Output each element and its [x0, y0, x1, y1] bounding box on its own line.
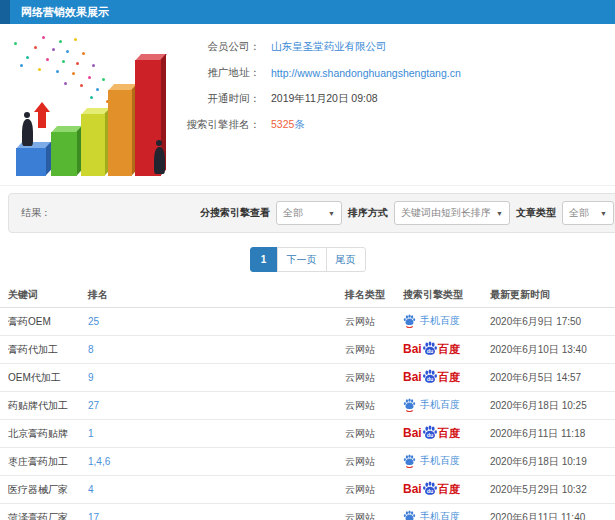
- bar-green: [51, 132, 77, 176]
- search-engine-cell: 手机百度: [403, 454, 490, 468]
- baidu-logo-cn-text: 百度: [438, 482, 460, 497]
- info-value-highlight: 5325条: [271, 118, 305, 132]
- table-header-row: 关键词排名排名类型搜索引擎类型最新更新时间: [0, 282, 615, 308]
- confetti-dot: [26, 56, 29, 59]
- article-type-filter-label: 文章类型: [516, 206, 556, 220]
- confetti-dot: [102, 78, 105, 81]
- ranking-count: 5325: [271, 118, 294, 130]
- search-engine-cell: Baidu百度: [403, 425, 490, 442]
- svg-text:du: du: [426, 376, 433, 382]
- company-info-list: 会员公司：山东皇圣堂药业有限公司推广地址：http://www.shandong…: [150, 24, 615, 138]
- rank-cell[interactable]: 1,4,6: [88, 456, 345, 467]
- last-page-button[interactable]: 尾页: [326, 247, 366, 272]
- confetti-dot: [20, 64, 23, 67]
- pagination: 1 下一页 尾页: [0, 247, 615, 272]
- table-row: 医疗器械厂家4云网站Baidu百度2020年5月29日 10:32: [0, 476, 615, 504]
- baidu-logo-text: Bai: [403, 342, 422, 356]
- confetti-dot: [88, 76, 91, 79]
- table-row: OEM代加工9云网站Baidu百度2020年6月5日 14:57: [0, 364, 615, 392]
- chevron-down-icon: ▼: [328, 210, 335, 217]
- rank-type-cell: 云网站: [345, 371, 403, 385]
- keyword-cell: 北京膏药贴牌: [8, 427, 88, 441]
- search-engine-cell: 手机百度: [403, 398, 490, 412]
- confetti-dot: [92, 64, 95, 67]
- time-cell: 2020年6月5日 14:57: [490, 371, 615, 385]
- keyword-cell: 膏药代加工: [8, 343, 88, 357]
- rank-type-cell: 云网站: [345, 399, 403, 413]
- confetti-dot: [82, 52, 85, 55]
- info-value-link[interactable]: http://www.shandonghuangshengtang.cn: [271, 67, 461, 79]
- filter-bar: 结果： 分搜索引擎查看 全部 ▼ 排序方式 关键词由短到长排序 ▼ 文章类型 全…: [8, 193, 615, 233]
- confetti-dot: [62, 60, 65, 63]
- baidu-paw-icon: [403, 510, 416, 520]
- confetti-dot: [66, 50, 69, 53]
- table-row: 膏药代加工8云网站Baidu百度2020年6月10日 13:40: [0, 336, 615, 364]
- baidu-paw-icon: [403, 454, 416, 468]
- engine-filter-label: 分搜索引擎查看: [200, 206, 270, 220]
- table-row: 药贴牌代加工27云网站手机百度2020年6月18日 10:25: [0, 392, 615, 420]
- info-value-link[interactable]: 山东皇圣堂药业有限公司: [271, 40, 387, 54]
- bar-chart-illustration: [4, 34, 186, 184]
- article-type-select[interactable]: 全部 ▼: [562, 201, 614, 225]
- info-row: 搜索引擎排名：5325条: [150, 112, 615, 138]
- keyword-cell: 医疗器械厂家: [8, 483, 88, 497]
- search-engine-cell: Baidu百度: [403, 341, 490, 358]
- ranking-count-unit: 条: [294, 118, 305, 130]
- header-accent-stripe: [0, 0, 10, 24]
- column-header: 排名类型: [345, 288, 403, 302]
- search-engine-cell: 手机百度: [403, 510, 490, 520]
- keyword-cell: 膏药OEM: [8, 315, 88, 329]
- article-type-select-value: 全部: [569, 206, 589, 220]
- page: 网络营销效果展示 会员公司：山东皇圣堂药业有限公司推广地址：http://www…: [0, 0, 615, 520]
- baidu-paw-icon: du: [422, 341, 438, 358]
- table-body: 膏药OEM25云网站手机百度2020年6月9日 17:50膏药代加工8云网站Ba…: [0, 308, 615, 520]
- mobile-baidu-label: 手机百度: [420, 314, 460, 328]
- search-engine-cell: Baidu百度: [403, 369, 490, 386]
- baidu-logo-cn-text: 百度: [438, 370, 460, 385]
- mobile-baidu-label: 手机百度: [420, 454, 460, 468]
- keyword-cell: 菏泽膏药厂家: [8, 511, 88, 520]
- rank-cell[interactable]: 25: [88, 316, 345, 327]
- confetti-dot: [42, 36, 45, 39]
- confetti-dot: [72, 72, 75, 75]
- confetti-dot: [64, 82, 67, 85]
- page-1-button[interactable]: 1: [250, 247, 278, 272]
- rank-cell[interactable]: 17: [88, 512, 345, 520]
- baidu-logo-text: Bai: [403, 370, 422, 384]
- table-row: 北京膏药贴牌1云网站Baidu百度2020年6月11日 11:18: [0, 420, 615, 448]
- keyword-cell: OEM代加工: [8, 371, 88, 385]
- mobile-baidu-label: 手机百度: [420, 398, 460, 412]
- baidu-paw-icon: du: [422, 481, 438, 498]
- baidu-logo-text: Bai: [403, 426, 422, 440]
- rank-type-cell: 云网站: [345, 483, 403, 497]
- confetti-dot: [76, 62, 79, 65]
- rank-type-cell: 云网站: [345, 455, 403, 469]
- column-header: 最新更新时间: [490, 288, 615, 302]
- info-row: 会员公司：山东皇圣堂药业有限公司: [150, 34, 615, 60]
- info-row: 推广地址：http://www.shandonghuangshengtang.c…: [150, 60, 615, 86]
- next-page-button[interactable]: 下一页: [277, 247, 327, 272]
- time-cell: 2020年6月9日 17:50: [490, 315, 615, 329]
- time-cell: 2020年5月29日 10:32: [490, 483, 615, 497]
- sort-select[interactable]: 关键词由短到长排序 ▼: [394, 201, 510, 225]
- rank-cell[interactable]: 8: [88, 344, 345, 355]
- rank-cell[interactable]: 27: [88, 400, 345, 411]
- confetti-dot: [46, 58, 49, 61]
- confetti-dot: [96, 88, 99, 91]
- table-row: 枣庄膏药加工1,4,6云网站手机百度2020年6月18日 10:19: [0, 448, 615, 476]
- engine-select[interactable]: 全部 ▼: [276, 201, 342, 225]
- engine-select-value: 全部: [283, 206, 303, 220]
- baidu-paw-icon: du: [422, 369, 438, 386]
- rank-cell[interactable]: 9: [88, 372, 345, 383]
- confetti-dot: [90, 96, 93, 99]
- time-cell: 2020年6月11日 11:40: [490, 511, 615, 520]
- keyword-cell: 药贴牌代加工: [8, 399, 88, 413]
- rank-cell[interactable]: 1: [88, 428, 345, 439]
- chevron-down-icon: ▼: [600, 210, 607, 217]
- info-value: 2019年11月20日 09:08: [271, 92, 378, 106]
- result-label: 结果：: [21, 206, 51, 220]
- table-row: 膏药OEM25云网站手机百度2020年6月9日 17:50: [0, 308, 615, 336]
- rank-cell[interactable]: 4: [88, 484, 345, 495]
- results-table: 关键词排名排名类型搜索引擎类型最新更新时间 膏药OEM25云网站手机百度2020…: [0, 282, 615, 520]
- up-arrow-icon: [34, 102, 50, 112]
